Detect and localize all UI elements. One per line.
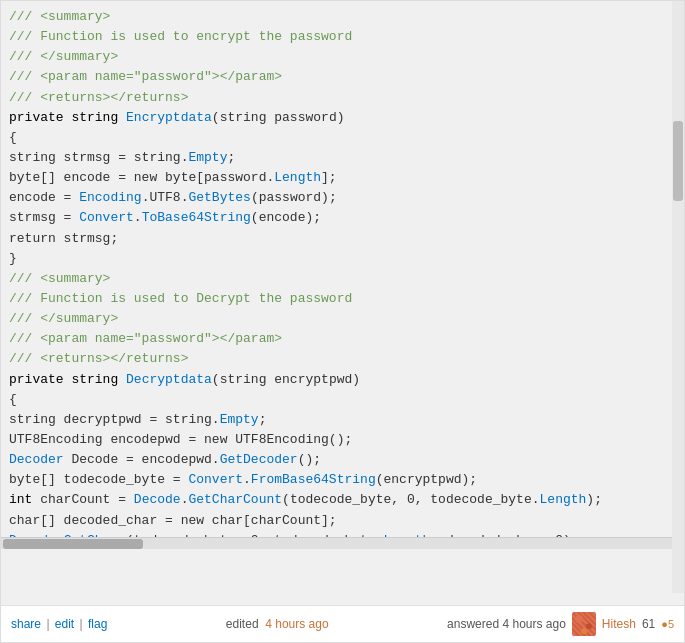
answer-container: /// <summary> /// Function is used to en… <box>0 0 685 643</box>
vertical-scroll-thumb[interactable] <box>673 121 683 201</box>
separator-1: | <box>46 617 49 631</box>
code-block: /// <summary> /// Function is used to en… <box>1 1 684 605</box>
edited-time-link[interactable]: 4 hours ago <box>265 617 328 631</box>
horizontal-scroll-thumb[interactable] <box>3 539 143 549</box>
vertical-scrollbar[interactable] <box>672 1 684 593</box>
share-link[interactable]: share <box>11 617 41 631</box>
code-scroll-area[interactable]: /// <summary> /// Function is used to en… <box>1 7 684 537</box>
edit-info: edited 4 hours ago <box>226 617 329 631</box>
avatar <box>572 612 596 636</box>
edit-link[interactable]: edit <box>55 617 74 631</box>
reputation-score: 61 <box>642 617 655 631</box>
code-content: /// <summary> /// Function is used to en… <box>1 7 684 537</box>
username-link[interactable]: Hitesh <box>602 617 636 631</box>
post-actions: share | edit | flag <box>11 617 107 631</box>
edited-label: edited <box>226 617 259 631</box>
separator-2: | <box>80 617 83 631</box>
badge-count: ●5 <box>661 618 674 630</box>
post-footer: share | edit | flag edited 4 hours ago a… <box>1 605 684 642</box>
user-info: answered 4 hours ago Hitesh 61 ●5 <box>447 612 674 636</box>
horizontal-scrollbar[interactable] <box>1 537 684 549</box>
flag-link[interactable]: flag <box>88 617 107 631</box>
answered-label: answered 4 hours ago <box>447 617 566 631</box>
